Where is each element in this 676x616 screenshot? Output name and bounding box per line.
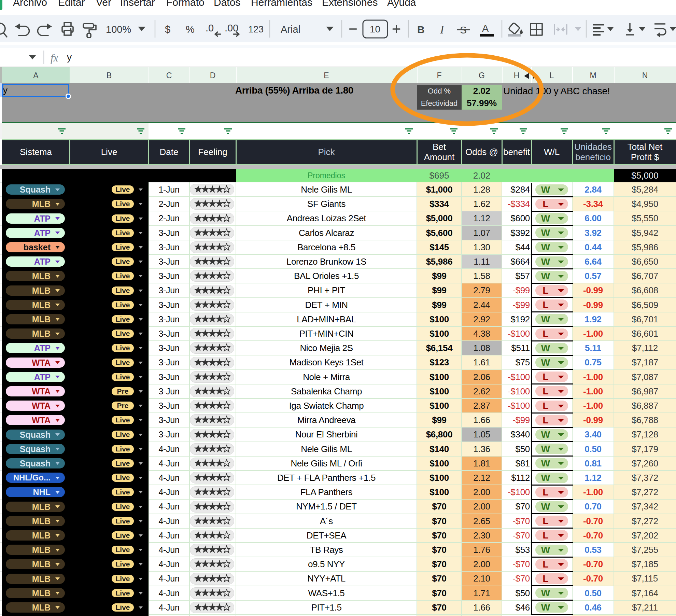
svg-text:fx: fx — [51, 52, 58, 64]
svg-text:100%: 100% — [106, 24, 131, 35]
svg-text:B: B — [417, 24, 425, 35]
svg-text:I: I — [440, 23, 445, 36]
svg-text:123: 123 — [248, 24, 264, 34]
svg-text:A: A — [482, 23, 489, 34]
svg-text:$: $ — [165, 24, 170, 35]
svg-text:10: 10 — [370, 24, 380, 34]
svg-text:%: % — [186, 24, 195, 35]
svg-text:Arial: Arial — [281, 24, 300, 35]
svg-text:.0: .0 — [206, 23, 214, 33]
